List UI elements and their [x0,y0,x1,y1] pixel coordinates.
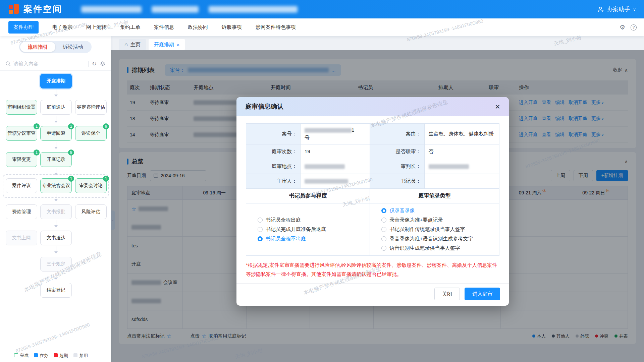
hearing-confirm-dialog: 庭审信息确认 × 案号： 1号 案由： 生命权、身体权、健康权纠纷 庭审次数： … [236,97,509,306]
enter-hearing-button[interactable]: 进入庭审 [465,288,500,300]
flow-node-审判组织设置[interactable]: 审判组织设置 [6,100,37,115]
tab-process-guide[interactable]: 流程指引 [20,42,55,52]
flow-node-费款管理[interactable]: 费款管理 [6,204,37,219]
field-label-cause: 案由： [370,124,424,144]
flow-node-开庭排期[interactable]: 开庭排期 [40,74,72,88]
field-label-judge: 审判长： [370,159,424,174]
search-input[interactable]: 请输入内容 [13,61,85,67]
flow-node-庭前送达[interactable]: 庭前送达 [40,100,72,115]
flow-legend-item: 禁用 [73,353,88,359]
field-label-clerk: 书记员： [370,174,424,189]
flow-node-badge: 9 [68,149,74,156]
flow-legend-item: 完成 [14,353,29,359]
flow-node-badge: 1 [34,149,40,156]
nav-tab-4[interactable]: 集约工单 [120,24,140,31]
flow-node-label: 案件评议 [12,183,31,189]
flow-node-文书上网[interactable]: 文书上网 [6,231,37,245]
close-button[interactable]: 关闭 [434,288,460,300]
nav-tab-1[interactable]: 案件办理 [8,21,39,34]
clerk-participation-option[interactable]: 书记员全程不出庭 [258,236,366,242]
option-label: 书记员全程不出庭 [266,236,306,242]
flow-node-label: 审限变更 [12,157,31,163]
clerk-participation-options: 书记员全程出庭书记员完成开庭准备后退庭书记员全程不出庭 [246,203,370,255]
live-broadcast-warning: *根据规定,案件庭审直播需要进行风险评估,经风险评估较高的案件、涉敏感案件、涉密… [246,260,499,279]
field-value-host [301,174,370,189]
flow-node-审限变更[interactable]: 审限变更1 [6,152,37,167]
flow-node-案件评议[interactable]: 案件评议 [6,178,37,193]
option-label: 录音录像为准+要点记录 [389,217,443,223]
redacted-place [305,164,345,169]
close-tab-icon[interactable]: × [177,42,180,48]
flow-node-三个规定[interactable]: 三个规定 [40,257,72,272]
flow-node-结案登记[interactable]: 结案登记 [40,283,72,298]
tab-home[interactable]: ⌂ 主页 [119,39,146,50]
search-icon [5,61,11,66]
section-record-type: 庭审笔录类型 [370,189,499,203]
flow-node-label: 管辖异议审查 [7,130,36,136]
flow-node-label: 费款管理 [12,209,31,215]
record-type-option[interactable]: 语音识别生成笔录供当事人签字 [381,245,496,251]
field-value-case-no: 1号 [301,124,370,144]
clerk-participation-option[interactable]: 书记员完成开庭准备后退庭 [258,226,366,233]
nav-tab-5[interactable]: 案件信息 [154,24,174,31]
flow-node-鉴定咨询评估[interactable]: 鉴定咨询评估 [75,100,107,115]
option-label: 语音识别生成笔录供当事人签字 [389,245,460,251]
tab-hearing-schedule[interactable]: 开庭排期 × [149,39,185,50]
tab-home-label: 主页 [130,42,141,48]
flow-node-文书报批[interactable]: 文书报批 [40,204,72,219]
field-value-clerk [425,174,499,189]
layers-icon[interactable] [100,61,105,66]
flow-status-legend: 完成在办超期禁用 [14,353,88,359]
nav-right-tools: ⚙ ? [620,23,637,31]
tab-litigation-activity[interactable]: 诉讼活动 [55,42,91,52]
flow-arrow-icon [56,89,56,96]
close-icon[interactable]: × [495,102,500,111]
record-type-option[interactable]: 录音录像为准+语音识别生成参考文字 [381,236,496,242]
refresh-icon[interactable]: ↻ [92,60,97,67]
field-value-judge [425,159,499,174]
nav-tab-8[interactable]: 涉网案件特色事项 [256,24,296,31]
flow-node-label: 开庭记录 [47,157,65,163]
nav-tab-7[interactable]: 诉服事项 [222,24,242,31]
flow-node-申请回避[interactable]: 申请回避2 [40,126,72,141]
clerk-participation-option[interactable]: 书记员全程出庭 [258,217,366,223]
redacted-host [305,179,348,184]
flow-arrow-icon [56,273,56,279]
flow-node-label: 开庭排期 [47,78,65,84]
flow-arrow-icon [56,116,56,122]
flow-node-管辖异议审查[interactable]: 管辖异议审查1 [6,126,37,141]
flow-node-诉讼保全[interactable]: 诉讼保全9 [75,126,107,141]
flow-node-label: 三个规定 [47,261,65,267]
flow-node-风险评估[interactable]: 风险评估 [75,204,107,219]
record-type-option[interactable]: 书记员制作传统笔录供当事人签字 [381,226,496,233]
flow-node-开庭记录[interactable]: 开庭记录9 [40,152,72,167]
assistant-menu[interactable]: 办案助手 ∨ [597,5,636,13]
flow-node-label: 风险评估 [82,209,100,215]
process-flowchart: 开庭排期审判组织设置庭前送达鉴定咨询评估管辖异议审查1申请回避2诉讼保全9审限变… [0,36,111,362]
legend-swatch [34,353,38,357]
flow-node-审委会讨论[interactable]: 审委会讨论1 [75,178,107,193]
record-type-option[interactable]: 仅录音录像 [381,207,496,214]
dialog-title: 庭审信息确认 [245,102,283,111]
nav-tab-6[interactable]: 政法协同 [188,24,208,31]
dialog-footer: 关闭 进入庭审 [236,283,509,306]
option-label: 仅录音录像 [389,207,415,214]
settings-gear-icon[interactable]: ⚙ [620,23,625,31]
hearing-info-table: 案号： 1号 案由： 生命权、身体权、健康权纠纷 庭审次数： 19 是否联审： … [246,123,499,256]
help-icon[interactable]: ? [631,24,637,31]
option-label: 书记员制作传统笔录供当事人签字 [389,226,465,233]
flow-node-专业法官会议[interactable]: 专业法官会议1 [40,178,72,193]
record-type-option[interactable]: 录音录像为准+要点记录 [381,217,496,223]
flow-node-badge: 2 [68,123,74,129]
legend-swatch [14,353,18,357]
field-value-times: 19 [301,144,370,159]
flow-node-文书送达[interactable]: 文书送达 [40,231,72,245]
field-label-place: 庭审地点： [246,159,301,174]
nav-tab-2[interactable]: 电子卷宗 [52,24,72,31]
flow-node-label: 申请回避 [47,130,65,136]
field-label-host: 主审人： [246,174,301,189]
nav-tab-3[interactable]: 网上流转 [86,24,106,31]
divider [88,61,89,67]
assistant-label: 办案助手 [607,5,630,13]
nav-tabs: 案件办理电子卷宗网上流转集约工单案件信息政法协同诉服事项涉网案件特色事项 [8,21,310,34]
